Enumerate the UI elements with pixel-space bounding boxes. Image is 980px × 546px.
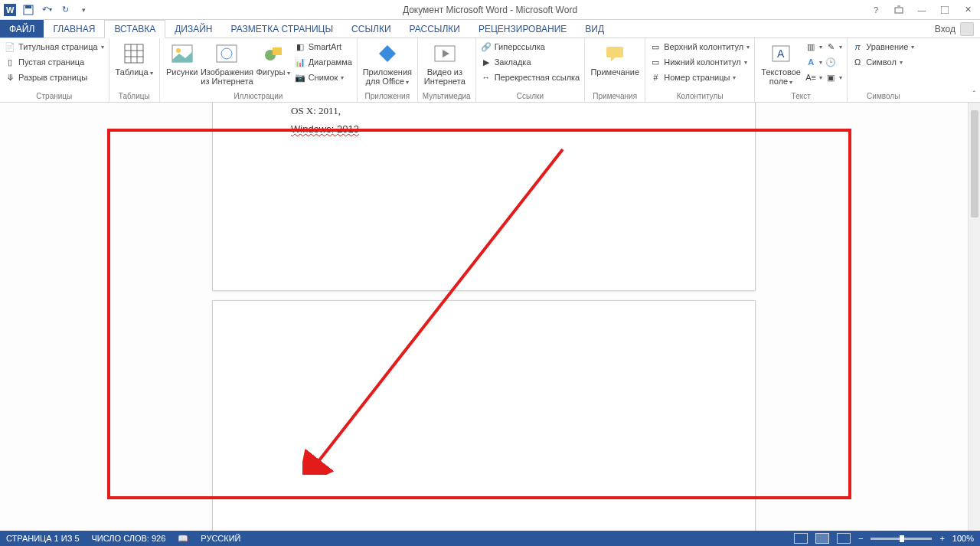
svg-text:W: W [6, 5, 15, 15]
minimize-icon[interactable]: — [914, 2, 929, 18]
redo-icon[interactable]: ↻ [58, 3, 72, 17]
footer-icon: ▭ [650, 57, 661, 67]
save-icon[interactable] [21, 3, 35, 17]
signature-icon: ✎ [825, 41, 836, 52]
group-pages-label: Страницы [5, 90, 104, 102]
online-video-button[interactable]: Видео из Интернета [423, 40, 467, 86]
group-text: A Текстовое поле ▥ A A≡ ✎ 🕒 ▣ Текст [755, 38, 848, 102]
zoom-out-icon[interactable]: − [858, 534, 863, 543]
svg-rect-14 [217, 45, 237, 62]
comment-button[interactable]: Примечание [590, 40, 640, 77]
user-avatar-icon[interactable] [960, 22, 974, 36]
document-area[interactable]: OS X: 2011, Windows: 2013 [0, 103, 980, 531]
signin-label[interactable]: Вход [935, 24, 956, 34]
help-icon[interactable]: ? [868, 2, 884, 18]
title-bar: W ↶▾ ↻ ▾ Документ Microsoft Word - Micro… [0, 0, 980, 20]
tab-references[interactable]: ССЫЛКИ [342, 20, 400, 38]
tab-review[interactable]: РЕЦЕНЗИРОВАНИЕ [469, 20, 576, 38]
qat-customize-icon[interactable]: ▾ [77, 3, 90, 17]
group-apps: Приложения для Office Приложения [358, 38, 418, 102]
blank-page-button[interactable]: ▯Пустая страница [5, 55, 104, 69]
zoom-slider[interactable] [871, 538, 932, 540]
svg-text:A: A [777, 47, 785, 60]
status-wordcount[interactable]: ЧИСЛО СЛОВ: 926 [92, 534, 166, 543]
view-read-icon[interactable] [794, 533, 808, 544]
footer-button[interactable]: ▭Нижний колонтитул [650, 55, 750, 69]
tab-insert[interactable]: ВСТАВКА [104, 20, 165, 38]
crossref-button[interactable]: ↔Перекрестная ссылка [481, 70, 580, 84]
pictures-button[interactable]: Рисунки [165, 40, 200, 77]
svg-marker-22 [611, 57, 616, 61]
svg-rect-21 [606, 47, 623, 57]
collapse-ribbon-icon[interactable]: ˆ [973, 90, 975, 99]
view-print-icon[interactable] [815, 533, 829, 544]
group-tables: Таблица Таблицы [109, 38, 160, 102]
dropcap-icon: A≡ [805, 72, 816, 83]
undo-icon[interactable]: ↶▾ [40, 3, 54, 17]
window-title: Документ Microsoft Word - Microsoft Word [403, 5, 577, 15]
textbox-button[interactable]: A Текстовое поле [760, 40, 802, 87]
ribbon-display-icon[interactable] [891, 2, 906, 18]
cover-page-button[interactable]: 📄Титульная страница [5, 40, 104, 54]
svg-rect-7 [125, 44, 143, 63]
hyperlink-icon: 🔗 [481, 41, 492, 52]
dropcap-button[interactable]: A≡ [805, 70, 822, 84]
symbol-button[interactable]: ΩСимвол [852, 55, 914, 69]
chart-icon: 📊 [295, 57, 305, 67]
bookmark-icon: ▶ [481, 57, 492, 67]
maximize-icon[interactable] [937, 2, 952, 18]
group-illustrations-label: Иллюстрации [165, 90, 352, 102]
status-bar: СТРАНИЦА 1 ИЗ 5 ЧИСЛО СЛОВ: 926 📖 РУССКИ… [0, 531, 980, 546]
chart-button[interactable]: 📊Диаграмма [295, 55, 352, 69]
datetime-icon: 🕒 [825, 57, 836, 67]
page-break-button[interactable]: ⤋Разрыв страницы [5, 70, 104, 84]
shapes-button[interactable]: Фигуры [254, 40, 291, 78]
header-button[interactable]: ▭Верхний колонтитул [650, 40, 750, 54]
pagenum-button[interactable]: #Номер страницы [650, 70, 750, 84]
office-apps-button[interactable]: Приложения для Office [362, 40, 413, 87]
tab-design[interactable]: ДИЗАЙН [165, 20, 221, 38]
tab-file[interactable]: ФАЙЛ [0, 20, 44, 38]
table-button[interactable]: Таблица [114, 40, 155, 78]
status-proofing-icon[interactable]: 📖 [178, 534, 188, 544]
ribbon-tabs: ФАЙЛ ГЛАВНАЯ ВСТАВКА ДИЗАЙН РАЗМЕТКА СТР… [0, 20, 980, 38]
quickparts-icon: ▥ [805, 41, 816, 52]
wordart-icon: A [805, 57, 816, 67]
object-button[interactable]: ▣ [825, 70, 842, 84]
ribbon: 📄Титульная страница ▯Пустая страница ⤋Ра… [0, 38, 980, 103]
zoom-in-icon[interactable]: + [939, 534, 944, 543]
group-pages: 📄Титульная страница ▯Пустая страница ⤋Ра… [0, 38, 109, 102]
wordart-button[interactable]: A [805, 55, 822, 69]
close-icon[interactable]: ✕ [960, 2, 975, 18]
svg-rect-3 [25, 5, 31, 8]
tab-view[interactable]: ВИД [576, 20, 613, 38]
online-pictures-button[interactable]: Изображения из Интернета [202, 40, 251, 86]
smartart-button[interactable]: ◧SmartArt [295, 40, 352, 54]
quickparts-button[interactable]: ▥ [805, 40, 822, 54]
view-web-icon[interactable] [837, 533, 851, 544]
datetime-button[interactable]: 🕒 [825, 55, 842, 69]
online-pictures-icon [214, 41, 239, 66]
tab-mailings[interactable]: РАССЫЛКИ [400, 20, 469, 38]
group-media: Видео из Интернета Мультимедиа [418, 38, 476, 102]
tab-layout[interactable]: РАЗМЕТКА СТРАНИЦЫ [222, 20, 343, 38]
group-headerfooter: ▭Верхний колонтитул ▭Нижний колонтитул #… [645, 38, 755, 102]
hyperlink-button[interactable]: 🔗Гиперссылка [481, 40, 580, 54]
vertical-scrollbar[interactable] [968, 103, 980, 531]
screenshot-button[interactable]: 📷Снимок [295, 70, 352, 84]
group-symbols: πУравнение ΩСимвол Символы [848, 38, 919, 102]
zoom-level[interactable]: 100% [952, 534, 974, 543]
svg-marker-18 [379, 45, 396, 62]
signature-button[interactable]: ✎ [825, 40, 842, 54]
tab-home[interactable]: ГЛАВНАЯ [44, 20, 104, 38]
status-page[interactable]: СТРАНИЦА 1 ИЗ 5 [6, 534, 80, 543]
scrollbar-thumb[interactable] [971, 110, 978, 217]
annotation-arrow [302, 145, 570, 475]
symbol-icon: Ω [852, 57, 863, 67]
bookmark-button[interactable]: ▶Закладка [481, 55, 580, 69]
office-apps-icon [375, 41, 400, 66]
equation-button[interactable]: πУравнение [852, 40, 914, 54]
status-language[interactable]: РУССКИЙ [201, 534, 240, 543]
group-apps-label: Приложения [362, 90, 413, 102]
pagenum-icon: # [650, 72, 661, 83]
